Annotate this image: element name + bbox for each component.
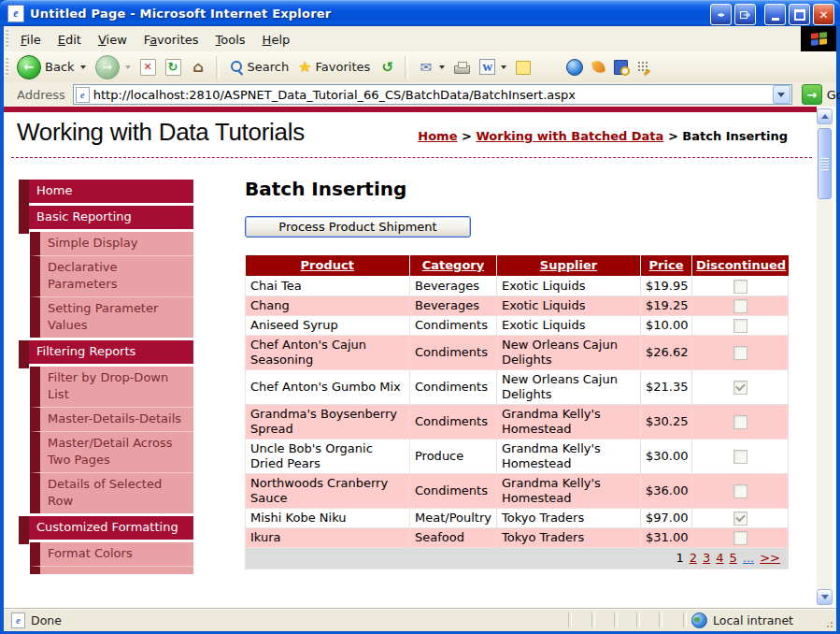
status-pane-separator — [683, 612, 687, 627]
thumb-grip-icon — [821, 158, 829, 170]
window-controls: ◂▸ ✕ — [707, 4, 834, 25]
column-sort-link[interactable]: Supplier — [540, 258, 597, 272]
scroll-up-button[interactable] — [817, 108, 833, 124]
stop-button[interactable]: ✕ — [135, 57, 161, 78]
column-sort-link[interactable]: Product — [301, 258, 354, 272]
home-icon: ⌂ — [191, 60, 206, 75]
menu-item[interactable]: Edit — [50, 29, 90, 50]
search-button[interactable]: Search — [224, 58, 294, 77]
pager-page-link[interactable]: 2 — [690, 551, 697, 565]
sidebar-item-master-detail-across-two-pages[interactable]: Master/Detail Across Two Pages — [30, 431, 193, 472]
process-shipment-button[interactable]: Process Product Shipment — [245, 216, 471, 238]
go-button[interactable]: → — [802, 84, 822, 105]
price-cell: $31.00 — [641, 528, 692, 548]
history-icon: ↺ — [379, 60, 395, 75]
msn-icon — [591, 60, 605, 74]
price-cell: $30.25 — [641, 405, 692, 439]
pager-page-link[interactable]: 3 — [703, 551, 710, 565]
pager-ellipsis-link[interactable]: ... — [743, 551, 754, 565]
pager-page-link[interactable]: 5 — [730, 551, 737, 565]
breadcrumb-link[interactable]: Working with Batched Data — [476, 129, 663, 143]
column-header: Category — [410, 255, 497, 277]
status-page-icon: e — [11, 612, 25, 628]
home-button[interactable]: ⌂ — [186, 58, 211, 77]
sidebar-item-partial[interactable] — [30, 566, 193, 574]
sidebar-item-master-details-details[interactable]: Master-Details-Details — [30, 407, 193, 431]
table-header-row: ProductCategorySupplierPriceDiscontinued — [246, 255, 789, 277]
minimize-button[interactable] — [764, 4, 786, 25]
menu-item[interactable]: File — [12, 29, 50, 50]
category-cell: Produce — [410, 439, 497, 474]
price-cell: $36.00 — [641, 474, 692, 509]
sidebar-item-details-of-selected-row[interactable]: Details of Selected Row — [30, 472, 193, 513]
sidebar-item-declarative-parameters[interactable]: Declarative Parameters — [30, 255, 193, 296]
msn-button[interactable] — [588, 59, 609, 75]
sidebar-section-label: Basic Reporting — [29, 206, 193, 229]
note-icon — [516, 61, 531, 75]
refresh-icon: ↻ — [165, 59, 181, 76]
menu-item[interactable]: Favorites — [135, 29, 207, 50]
status-pane-separator — [614, 612, 618, 627]
menu-item[interactable]: Help — [254, 29, 299, 50]
menu-item[interactable]: View — [90, 29, 135, 50]
mail-button[interactable]: ✉ — [413, 58, 449, 77]
pager-links: 12345...>> — [670, 551, 780, 565]
favorites-button[interactable]: ★ Favorites — [293, 56, 375, 78]
status-text: Done — [31, 613, 62, 627]
maximize-button[interactable] — [789, 4, 810, 25]
address-dropdown-button[interactable] — [773, 85, 790, 104]
toolbar-grip[interactable] — [6, 58, 8, 77]
section-notch — [19, 180, 29, 208]
edit-dropdown-icon[interactable] — [501, 65, 506, 69]
messenger-icon — [566, 59, 583, 76]
resize-grip[interactable] — [822, 617, 834, 629]
sidebar: HomeBasic ReportingSimple DisplayDeclara… — [19, 177, 193, 574]
scrollbar-thumb[interactable] — [818, 128, 832, 199]
toolbar-grip[interactable] — [6, 30, 8, 49]
breadcrumb-link[interactable]: Home — [418, 129, 457, 143]
refresh-button[interactable]: ↻ — [161, 57, 186, 78]
sidebar-section-filtering-reports[interactable]: Filtering Reports — [19, 340, 193, 364]
mail-dropdown-icon[interactable] — [439, 65, 445, 69]
back-dropdown-icon[interactable] — [80, 65, 86, 69]
research-button[interactable] — [609, 58, 633, 77]
price-cell: $19.95 — [641, 277, 692, 296]
forward-button[interactable]: → — [91, 53, 135, 81]
back-button[interactable]: ← Back — [12, 53, 91, 81]
address-label: Address — [17, 88, 65, 102]
pan-arrows-button[interactable]: ◂▸ — [710, 4, 732, 25]
print-button[interactable] — [449, 58, 475, 76]
sidebar-item-simple-display[interactable]: Simple Display — [30, 232, 193, 255]
sidebar-item-setting-parameter-values[interactable]: Setting Parameter Values — [30, 296, 193, 338]
sidebar-section-basic-reporting[interactable]: Basic Reporting — [19, 206, 193, 229]
popout-button[interactable] — [734, 4, 756, 25]
category-cell: Condiments — [410, 370, 497, 405]
sidebar-item-format-colors[interactable]: Format Colors — [30, 542, 193, 566]
stop-icon: ✕ — [140, 59, 156, 76]
windows-flag-icon — [811, 32, 827, 45]
sidebar-section-customized-formatting[interactable]: Customized Formatting — [19, 516, 193, 540]
history-button[interactable]: ↺ — [375, 58, 400, 77]
pager-page-link[interactable]: 4 — [716, 551, 723, 565]
arrow-down-icon — [821, 595, 829, 599]
discontinued-checkbox — [733, 346, 747, 360]
sidebar-item-filter-by-drop-down-list[interactable]: Filter by Drop-Down List — [30, 367, 193, 407]
discontinued-cell — [692, 474, 789, 509]
pager-next-link[interactable]: >> — [760, 551, 780, 565]
column-sort-link[interactable]: Price — [649, 258, 684, 272]
discuss-button[interactable] — [511, 57, 535, 77]
addon-button[interactable] — [633, 59, 654, 75]
column-sort-link[interactable]: Category — [422, 258, 484, 272]
pager: 12345...>> — [246, 548, 789, 569]
vertical-scrollbar[interactable] — [817, 108, 833, 605]
table-row: Grandma's Boysenberry SpreadCondimentsGr… — [246, 405, 789, 439]
close-button[interactable]: ✕ — [813, 4, 834, 25]
edit-word-button[interactable]: W — [475, 57, 511, 77]
messenger-button[interactable] — [562, 57, 588, 78]
word-icon: W — [479, 59, 495, 75]
sidebar-section-home[interactable]: Home — [19, 180, 193, 203]
column-sort-link[interactable]: Discontinued — [696, 258, 786, 272]
menu-item[interactable]: Tools — [207, 29, 254, 50]
address-input[interactable] — [93, 87, 773, 102]
scroll-down-button[interactable] — [817, 589, 833, 605]
